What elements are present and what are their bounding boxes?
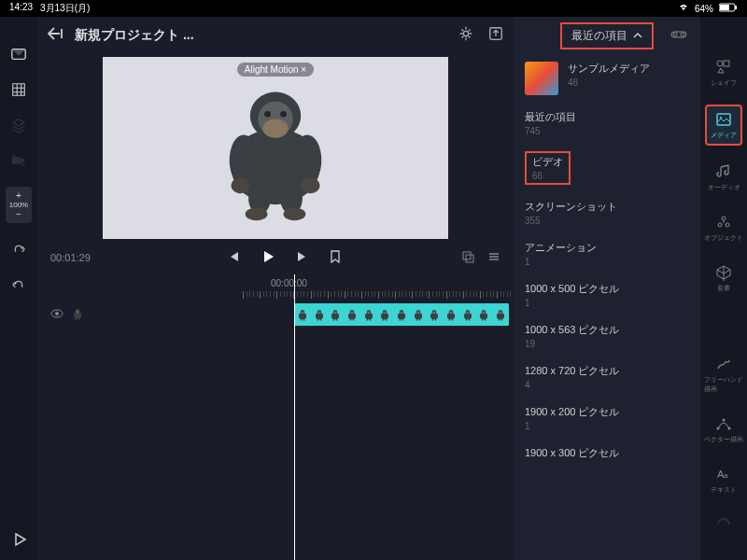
timeline[interactable]: 00:00:00 bbox=[37, 274, 514, 560]
media-item-1000x500[interactable]: 1000 x 500 ピクセル 1 bbox=[514, 274, 700, 315]
svg-point-32 bbox=[720, 117, 722, 119]
battery-percent: 64% bbox=[695, 4, 713, 14]
media-item-video[interactable]: ビデオ 66 bbox=[514, 144, 700, 192]
timeline-ruler[interactable]: 00:00:00 bbox=[131, 278, 514, 299]
playhead[interactable] bbox=[294, 274, 295, 560]
media-label: アニメーション bbox=[525, 241, 689, 255]
track-row[interactable] bbox=[37, 302, 514, 327]
play-icon[interactable] bbox=[261, 249, 275, 266]
preview-canvas: Alight Motion × bbox=[103, 57, 448, 239]
media-item-1900x200[interactable]: 1900 x 200 ピクセル 1 bbox=[514, 398, 700, 439]
redo-icon[interactable] bbox=[9, 275, 28, 294]
video-clip[interactable] bbox=[294, 303, 509, 326]
media-count: 1 bbox=[525, 421, 689, 431]
track-thumb-icon[interactable] bbox=[71, 307, 84, 323]
media-count: 48 bbox=[568, 77, 689, 88]
svg-rect-23 bbox=[466, 255, 473, 262]
zoom-plus[interactable]: + bbox=[7, 190, 30, 201]
zoom-control[interactable]: + 100% − bbox=[6, 187, 32, 223]
tool-freehand[interactable]: フリーハンド描画 bbox=[700, 351, 747, 398]
media-panel: 最近の項目 サンプルメディア 48 最近の項目 745 bbox=[514, 17, 700, 560]
media-label: メディア bbox=[711, 131, 737, 140]
skip-end-icon[interactable] bbox=[296, 250, 309, 265]
tool-audio[interactable]: オーディオ bbox=[704, 159, 744, 196]
tool-vector[interactable]: ベクター描画 bbox=[700, 411, 747, 448]
preview-area[interactable]: Alight Motion × bbox=[37, 54, 514, 241]
svg-point-37 bbox=[728, 427, 731, 430]
media-item-1280x720[interactable]: 1280 x 720 ピクセル 4 bbox=[514, 357, 700, 398]
media-label: スクリーンショット bbox=[525, 200, 689, 214]
status-bar: 14:23 3月13日(月) 64% bbox=[0, 0, 747, 17]
grid-icon[interactable] bbox=[9, 80, 28, 99]
freehand-label: フリーハンド描画 bbox=[704, 375, 743, 394]
skip-start-icon[interactable] bbox=[227, 250, 240, 265]
media-item-screenshot[interactable]: スクリーンショット 355 bbox=[514, 192, 700, 233]
svg-point-27 bbox=[673, 33, 677, 36]
thumb-icon bbox=[525, 62, 558, 95]
media-label: 1900 x 300 ピクセル bbox=[525, 446, 689, 460]
tool-element[interactable]: 要素 bbox=[711, 259, 737, 297]
svg-point-29 bbox=[717, 61, 723, 66]
element-icon bbox=[714, 263, 733, 282]
svg-text:a: a bbox=[724, 471, 728, 480]
panel-header: 最近の項目 bbox=[514, 17, 700, 54]
svg-point-28 bbox=[681, 33, 684, 36]
media-count: 355 bbox=[525, 216, 689, 226]
element-label: 要素 bbox=[717, 284, 730, 293]
header: 新規プロジェクト ... bbox=[37, 17, 514, 54]
ruler-ticks bbox=[243, 291, 514, 299]
media-label: 1280 x 720 ピクセル bbox=[525, 364, 689, 378]
tool-object[interactable]: オブジェクト bbox=[700, 209, 747, 246]
aspect-ratio-icon[interactable] bbox=[9, 45, 28, 63]
media-icon bbox=[714, 110, 733, 129]
tool-text[interactable]: Aa テキスト bbox=[707, 461, 740, 498]
media-label: 1900 x 200 ピクセル bbox=[525, 405, 689, 419]
media-list[interactable]: サンプルメディア 48 最近の項目 745 ビデオ 66 スクリーンショット bbox=[514, 54, 700, 560]
ruler-time: 00:00:00 bbox=[271, 278, 307, 288]
audio-icon bbox=[714, 162, 733, 181]
tool-media[interactable]: メディア bbox=[705, 105, 742, 146]
media-label: サンプルメディア bbox=[568, 62, 689, 76]
export-icon[interactable] bbox=[487, 25, 504, 46]
svg-rect-31 bbox=[717, 114, 730, 125]
link-icon[interactable] bbox=[670, 27, 687, 44]
media-label: 1000 x 500 ピクセル bbox=[525, 282, 689, 296]
layers-icon[interactable] bbox=[9, 116, 28, 134]
tool-shape[interactable]: シェイプ bbox=[707, 54, 740, 91]
vector-label: ベクター描画 bbox=[704, 435, 743, 444]
dropdown-label: 最近の項目 bbox=[571, 28, 627, 44]
camera-off-icon[interactable] bbox=[9, 151, 28, 170]
text-icon: Aa bbox=[714, 465, 733, 483]
object-icon bbox=[714, 213, 733, 231]
copy-icon[interactable] bbox=[461, 250, 474, 265]
wifi-icon bbox=[678, 3, 689, 14]
svg-point-20 bbox=[463, 31, 468, 35]
text-label: テキスト bbox=[711, 485, 737, 495]
media-item-sample[interactable]: サンプルメディア 48 bbox=[514, 54, 700, 103]
media-count: 19 bbox=[525, 339, 689, 349]
svg-rect-30 bbox=[724, 61, 729, 66]
media-item-recent[interactable]: 最近の項目 745 bbox=[514, 103, 700, 144]
undo-icon[interactable] bbox=[9, 240, 28, 259]
menu-lines-icon[interactable] bbox=[487, 250, 500, 265]
media-item-1000x563[interactable]: 1000 x 563 ピクセル 19 bbox=[514, 315, 700, 357]
bookmark-icon[interactable] bbox=[330, 250, 341, 265]
settings-icon[interactable] bbox=[458, 25, 474, 46]
back-button[interactable] bbox=[47, 26, 65, 45]
media-item-1900x300[interactable]: 1900 x 300 ピクセル bbox=[514, 439, 700, 469]
zoom-minus[interactable]: − bbox=[7, 209, 30, 219]
svg-rect-22 bbox=[463, 252, 471, 259]
chevron-up-icon bbox=[633, 29, 642, 42]
vector-icon bbox=[714, 414, 733, 433]
media-label: 1000 x 563 ピクセル bbox=[525, 323, 689, 337]
watermark[interactable]: Alight Motion × bbox=[237, 63, 314, 77]
recent-items-dropdown[interactable]: 最近の項目 bbox=[560, 22, 654, 49]
media-item-animation[interactable]: アニメーション 1 bbox=[514, 233, 700, 274]
visibility-icon[interactable] bbox=[50, 307, 63, 323]
current-time: 00:01:29 bbox=[50, 252, 106, 263]
svg-point-38 bbox=[723, 419, 726, 422]
svg-rect-16 bbox=[735, 6, 737, 9]
play-triangle-icon[interactable] bbox=[13, 532, 28, 551]
tool-more[interactable] bbox=[711, 511, 737, 538]
svg-point-25 bbox=[55, 312, 59, 315]
